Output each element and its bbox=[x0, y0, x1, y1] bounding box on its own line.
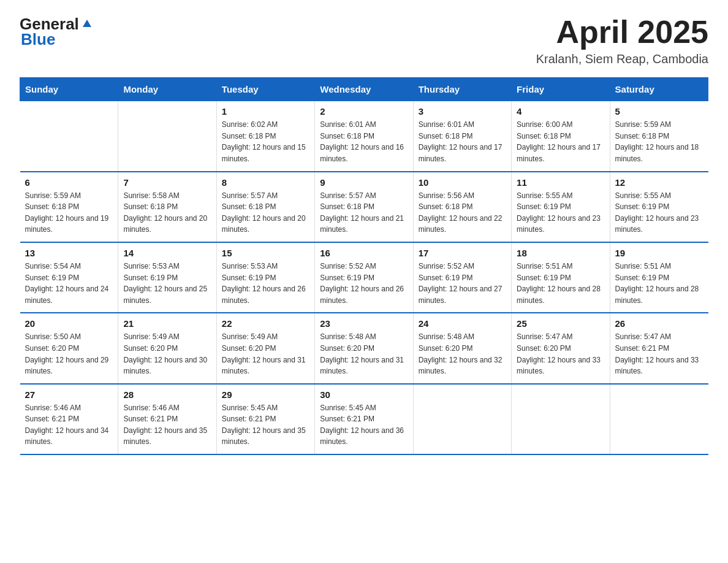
day-info: Sunrise: 5:46 AMSunset: 6:21 PMDaylight:… bbox=[123, 402, 211, 448]
weekday-header: Saturday bbox=[610, 78, 708, 101]
calendar-cell: 9Sunrise: 5:57 AMSunset: 6:18 PMDaylight… bbox=[315, 172, 413, 242]
calendar-cell: 7Sunrise: 5:58 AMSunset: 6:18 PMDaylight… bbox=[118, 172, 216, 242]
calendar-cell bbox=[413, 384, 511, 454]
calendar-week-row: 27Sunrise: 5:46 AMSunset: 6:21 PMDayligh… bbox=[20, 384, 708, 454]
day-number: 25 bbox=[517, 318, 604, 329]
calendar-cell: 15Sunrise: 5:53 AMSunset: 6:19 PMDayligh… bbox=[216, 242, 314, 313]
day-number: 19 bbox=[615, 248, 703, 258]
calendar-table: SundayMondayTuesdayWednesdayThursdayFrid… bbox=[20, 77, 708, 455]
day-info: Sunrise: 5:48 AMSunset: 6:20 PMDaylight:… bbox=[320, 331, 408, 377]
calendar-cell: 4Sunrise: 6:00 AMSunset: 6:18 PMDaylight… bbox=[512, 101, 610, 172]
calendar-cell bbox=[118, 101, 216, 172]
calendar-cell bbox=[20, 101, 118, 172]
day-number: 30 bbox=[320, 389, 408, 400]
calendar-cell: 17Sunrise: 5:52 AMSunset: 6:19 PMDayligh… bbox=[413, 242, 511, 313]
day-number: 28 bbox=[123, 389, 211, 400]
day-number: 22 bbox=[222, 318, 309, 329]
day-number: 20 bbox=[25, 318, 113, 329]
day-info: Sunrise: 5:49 AMSunset: 6:20 PMDaylight:… bbox=[123, 331, 211, 377]
calendar-cell bbox=[610, 384, 708, 454]
calendar-cell: 3Sunrise: 6:01 AMSunset: 6:18 PMDaylight… bbox=[413, 101, 511, 172]
day-info: Sunrise: 5:57 AMSunset: 6:18 PMDaylight:… bbox=[320, 190, 408, 236]
calendar-week-row: 1Sunrise: 6:02 AMSunset: 6:18 PMDaylight… bbox=[20, 101, 708, 172]
weekday-header: Wednesday bbox=[315, 78, 413, 101]
day-number: 5 bbox=[615, 106, 703, 117]
day-number: 3 bbox=[419, 106, 506, 117]
day-number: 26 bbox=[615, 318, 703, 329]
day-number: 10 bbox=[419, 177, 506, 188]
day-number: 2 bbox=[320, 106, 408, 117]
day-info: Sunrise: 5:51 AMSunset: 6:19 PMDaylight:… bbox=[615, 261, 703, 306]
logo-triangle-icon bbox=[82, 17, 93, 31]
calendar-cell: 30Sunrise: 5:45 AMSunset: 6:21 PMDayligh… bbox=[315, 384, 413, 454]
calendar-week-row: 13Sunrise: 5:54 AMSunset: 6:19 PMDayligh… bbox=[20, 242, 708, 313]
svg-marker-0 bbox=[83, 20, 91, 27]
day-number: 14 bbox=[123, 248, 211, 258]
day-info: Sunrise: 5:45 AMSunset: 6:21 PMDaylight:… bbox=[320, 402, 408, 448]
calendar-cell: 11Sunrise: 5:55 AMSunset: 6:19 PMDayligh… bbox=[512, 172, 610, 242]
day-number: 8 bbox=[222, 177, 309, 188]
day-info: Sunrise: 5:59 AMSunset: 6:18 PMDaylight:… bbox=[615, 119, 703, 164]
day-number: 24 bbox=[419, 318, 506, 329]
weekday-header: Thursday bbox=[413, 78, 511, 101]
day-info: Sunrise: 5:45 AMSunset: 6:21 PMDaylight:… bbox=[222, 402, 309, 448]
calendar-cell: 18Sunrise: 5:51 AMSunset: 6:19 PMDayligh… bbox=[512, 242, 610, 313]
calendar-cell: 6Sunrise: 5:59 AMSunset: 6:18 PMDaylight… bbox=[20, 172, 118, 242]
day-info: Sunrise: 6:02 AMSunset: 6:18 PMDaylight:… bbox=[222, 119, 309, 164]
day-number: 6 bbox=[25, 177, 113, 188]
day-info: Sunrise: 5:53 AMSunset: 6:19 PMDaylight:… bbox=[123, 261, 211, 306]
day-info: Sunrise: 5:53 AMSunset: 6:19 PMDaylight:… bbox=[222, 261, 309, 306]
calendar-cell: 1Sunrise: 6:02 AMSunset: 6:18 PMDaylight… bbox=[216, 101, 314, 172]
day-number: 23 bbox=[320, 318, 408, 329]
calendar-cell: 25Sunrise: 5:47 AMSunset: 6:20 PMDayligh… bbox=[512, 313, 610, 383]
location-title: Kralanh, Siem Reap, Cambodia bbox=[536, 52, 708, 66]
day-info: Sunrise: 5:49 AMSunset: 6:20 PMDaylight:… bbox=[222, 331, 309, 377]
day-info: Sunrise: 5:58 AMSunset: 6:18 PMDaylight:… bbox=[123, 190, 211, 236]
day-info: Sunrise: 5:56 AMSunset: 6:18 PMDaylight:… bbox=[419, 190, 506, 236]
day-info: Sunrise: 6:00 AMSunset: 6:18 PMDaylight:… bbox=[517, 119, 604, 164]
weekday-header: Monday bbox=[118, 78, 216, 101]
calendar-cell: 13Sunrise: 5:54 AMSunset: 6:19 PMDayligh… bbox=[20, 242, 118, 313]
calendar-week-row: 20Sunrise: 5:50 AMSunset: 6:20 PMDayligh… bbox=[20, 313, 708, 383]
page-header: General Blue April 2025 Kralanh, Siem Re… bbox=[20, 15, 708, 66]
calendar-week-row: 6Sunrise: 5:59 AMSunset: 6:18 PMDaylight… bbox=[20, 172, 708, 242]
calendar-cell: 12Sunrise: 5:55 AMSunset: 6:19 PMDayligh… bbox=[610, 172, 708, 242]
calendar-cell: 16Sunrise: 5:52 AMSunset: 6:19 PMDayligh… bbox=[315, 242, 413, 313]
day-info: Sunrise: 6:01 AMSunset: 6:18 PMDaylight:… bbox=[419, 119, 506, 164]
day-info: Sunrise: 5:50 AMSunset: 6:20 PMDaylight:… bbox=[25, 331, 113, 377]
weekday-header-row: SundayMondayTuesdayWednesdayThursdayFrid… bbox=[20, 78, 708, 101]
day-info: Sunrise: 5:55 AMSunset: 6:19 PMDaylight:… bbox=[615, 190, 703, 236]
calendar-cell: 5Sunrise: 5:59 AMSunset: 6:18 PMDaylight… bbox=[610, 101, 708, 172]
day-info: Sunrise: 6:01 AMSunset: 6:18 PMDaylight:… bbox=[320, 119, 408, 164]
weekday-header: Sunday bbox=[20, 78, 118, 101]
day-info: Sunrise: 5:46 AMSunset: 6:21 PMDaylight:… bbox=[25, 402, 113, 448]
day-number: 27 bbox=[25, 389, 113, 400]
day-number: 15 bbox=[222, 248, 309, 258]
calendar-cell: 21Sunrise: 5:49 AMSunset: 6:20 PMDayligh… bbox=[118, 313, 216, 383]
day-number: 21 bbox=[123, 318, 211, 329]
weekday-header: Tuesday bbox=[216, 78, 314, 101]
calendar-cell: 29Sunrise: 5:45 AMSunset: 6:21 PMDayligh… bbox=[216, 384, 314, 454]
calendar-cell: 26Sunrise: 5:47 AMSunset: 6:21 PMDayligh… bbox=[610, 313, 708, 383]
day-number: 17 bbox=[419, 248, 506, 258]
calendar-cell: 28Sunrise: 5:46 AMSunset: 6:21 PMDayligh… bbox=[118, 384, 216, 454]
title-area: April 2025 Kralanh, Siem Reap, Cambodia bbox=[536, 15, 708, 66]
day-info: Sunrise: 5:51 AMSunset: 6:19 PMDaylight:… bbox=[517, 261, 604, 306]
day-number: 18 bbox=[517, 248, 604, 258]
day-number: 4 bbox=[517, 106, 604, 117]
calendar-cell: 2Sunrise: 6:01 AMSunset: 6:18 PMDaylight… bbox=[315, 101, 413, 172]
calendar-cell: 8Sunrise: 5:57 AMSunset: 6:18 PMDaylight… bbox=[216, 172, 314, 242]
calendar-cell: 24Sunrise: 5:48 AMSunset: 6:20 PMDayligh… bbox=[413, 313, 511, 383]
day-number: 16 bbox=[320, 248, 408, 258]
day-info: Sunrise: 5:47 AMSunset: 6:20 PMDaylight:… bbox=[517, 331, 604, 377]
weekday-header: Friday bbox=[512, 78, 610, 101]
calendar-cell: 27Sunrise: 5:46 AMSunset: 6:21 PMDayligh… bbox=[20, 384, 118, 454]
day-number: 12 bbox=[615, 177, 703, 188]
logo-blue-text: Blue bbox=[21, 30, 55, 49]
day-info: Sunrise: 5:59 AMSunset: 6:18 PMDaylight:… bbox=[25, 190, 113, 236]
day-number: 11 bbox=[517, 177, 604, 188]
month-title: April 2025 bbox=[536, 15, 708, 50]
day-number: 13 bbox=[25, 248, 113, 258]
day-number: 7 bbox=[123, 177, 211, 188]
calendar-cell: 23Sunrise: 5:48 AMSunset: 6:20 PMDayligh… bbox=[315, 313, 413, 383]
